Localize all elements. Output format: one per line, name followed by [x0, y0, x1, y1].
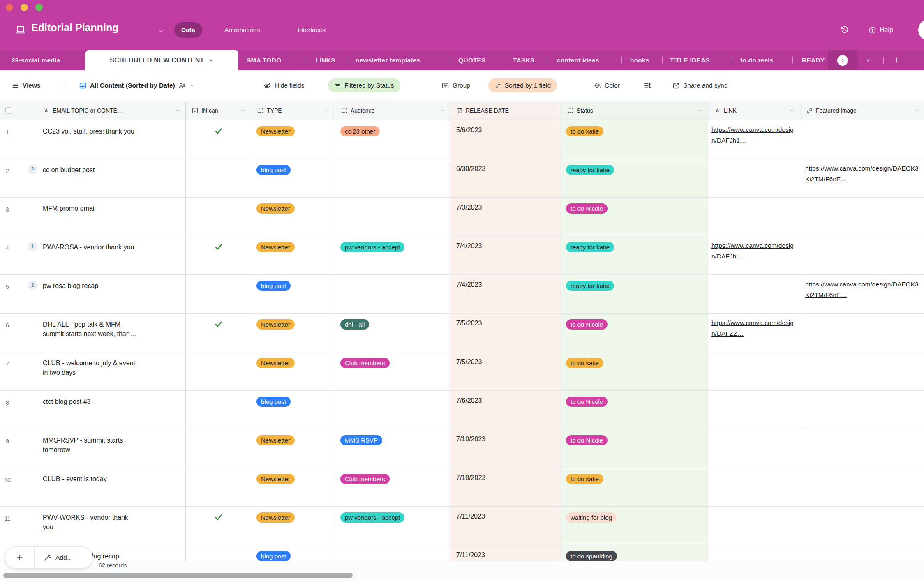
table-row[interactable]: 3MFM promo emailNewsletter7/3/2023to do … [0, 198, 924, 236]
cell-release-date[interactable]: 7/6/2023 [450, 391, 561, 429]
cell-status[interactable]: ready for katie [561, 275, 708, 313]
row-number-cell[interactable]: 1 [0, 120, 25, 159]
cell-link[interactable] [708, 507, 800, 545]
cell-type[interactable]: blog post [251, 275, 335, 313]
chevron-down-icon[interactable] [914, 108, 919, 113]
nav-tab-data[interactable]: Data [174, 22, 202, 38]
sort-button[interactable]: Sorted by 1 field [488, 78, 557, 92]
table-tab-tasks[interactable]: TASKS [513, 50, 534, 70]
cell-featured-image[interactable] [800, 507, 924, 545]
cell-release-date[interactable]: 7/5/2023 [450, 352, 561, 390]
nav-tab-automations[interactable]: Automations [224, 22, 260, 38]
cell-featured-image[interactable] [800, 236, 924, 274]
cell-status[interactable]: to do Nicole [561, 314, 708, 352]
view-switcher[interactable]: All Content (Sorted by Date) [79, 70, 195, 101]
minimize-window-button[interactable] [21, 4, 28, 11]
cell-type[interactable]: blog post [251, 391, 335, 429]
chevron-down-icon[interactable] [175, 108, 180, 113]
row-number-cell[interactable]: 3 [0, 198, 25, 236]
chevron-down-icon[interactable] [324, 108, 330, 113]
cell-audience[interactable]: cc 23 other [335, 120, 450, 159]
table-tab-scheduled-new-content-active[interactable]: SCHEDULED NEW CONTENT [85, 50, 238, 70]
cell-audience[interactable]: pw vendors - accept [335, 236, 450, 274]
cell-audience[interactable] [335, 159, 450, 197]
table-tab-links[interactable]: LINKS [316, 50, 335, 70]
cell-release-date[interactable]: 7/10/2023 [450, 468, 561, 506]
scroll-tabs-right-button[interactable] [837, 55, 848, 66]
row-number-cell[interactable]: 5 [0, 275, 25, 313]
table-tab-newsletter-templates[interactable]: newsletter templates [356, 50, 420, 70]
column-header-in-can[interactable]: IN can [186, 101, 251, 120]
cell-link[interactable] [708, 429, 800, 468]
cell-type[interactable]: Newsletter [251, 352, 335, 390]
cell-email-topic[interactable]: DHL ALL - pep talk & MFM summit starts n… [25, 314, 186, 352]
cell-release-date[interactable]: 7/5/2023 [450, 314, 561, 352]
row-number-cell[interactable]: 7 [0, 352, 25, 390]
cell-link[interactable]: https://www.canva.com/design/DAFJhl… [708, 236, 800, 274]
row-number-cell[interactable]: 10 [0, 468, 25, 506]
select-all-checkbox[interactable] [5, 107, 12, 114]
featured-image-url[interactable]: https://www.canva.com/design/DAEOK3Ki2TM… [805, 163, 920, 184]
nav-tab-interfaces[interactable]: Interfaces [298, 22, 326, 38]
comment-count-badge[interactable]: 2 [28, 165, 38, 174]
cell-link[interactable]: https://www.canva.com/design/DAFJh1… [708, 120, 800, 159]
cell-status[interactable]: to do Nicole [561, 198, 708, 236]
chevron-down-icon[interactable] [158, 28, 164, 35]
cell-in-can[interactable] [186, 507, 251, 545]
cell-featured-image[interactable] [800, 120, 924, 159]
cell-type[interactable]: Newsletter [251, 468, 335, 506]
cell-status[interactable]: to do Nicole [561, 429, 708, 468]
cell-featured-image[interactable] [800, 198, 924, 236]
cell-in-can[interactable] [186, 429, 251, 468]
table-tab-23-social-media[interactable]: 23-social media [12, 50, 60, 70]
table-row[interactable]: 7CLUB - welcome to july & event in two d… [0, 352, 924, 391]
link-url[interactable]: https://www.canva.com/design/DAFZZ… [711, 318, 796, 339]
cell-email-topic[interactable]: 2cc on budget post [25, 159, 186, 197]
row-number-cell[interactable]: 6 [0, 314, 25, 352]
cell-audience[interactable]: Club members [335, 352, 450, 390]
column-header-type[interactable]: TYPE [251, 101, 335, 120]
share-sync-button[interactable]: Share and sync [672, 70, 728, 101]
cell-release-date[interactable]: 7/11/2023 [450, 507, 561, 545]
table-row[interactable]: 9MMS-RSVP - summit starts tomorrowNewsle… [0, 429, 924, 468]
link-url[interactable]: https://www.canva.com/design/DAFJh1… [711, 124, 796, 146]
cell-release-date[interactable]: 7/10/2023 [450, 429, 561, 468]
table-row[interactable]: 11PWV-WORKS - vendor thank youNewsletter… [0, 507, 924, 545]
cell-in-can[interactable] [186, 468, 251, 506]
row-height-button[interactable] [644, 70, 651, 101]
chevron-down-icon[interactable] [698, 108, 703, 113]
account-avatar[interactable] [918, 19, 924, 41]
cell-in-can[interactable] [186, 236, 251, 274]
cell-email-topic[interactable]: MMS-RSVP - summit starts tomorrow [25, 429, 186, 468]
table-row[interactable]: 41PWV-ROSA - vendor thank youNewsletterp… [0, 236, 924, 275]
chevron-down-icon[interactable] [439, 108, 445, 113]
cell-email-topic[interactable]: PWV-WORKS - vendor thank you [25, 507, 186, 545]
table-tab-sma-todo[interactable]: SMA TODO [247, 50, 281, 70]
cell-status[interactable]: to do katie [561, 352, 708, 390]
cell-audience[interactable]: pw vendors - accept [335, 507, 450, 545]
cell-link[interactable] [708, 391, 800, 429]
table-tab-hooks[interactable]: hooks [630, 50, 649, 70]
cell-featured-image[interactable]: https://www.canva.com/design/DAEOK3Ki2TM… [800, 159, 924, 197]
cell-audience[interactable]: dhl - all [335, 314, 450, 352]
cell-release-date[interactable]: 7/4/2023 [450, 236, 561, 274]
filter-button[interactable]: Filtered by Status [328, 78, 400, 92]
comment-count-badge[interactable]: 2 [28, 281, 38, 290]
cell-featured-image[interactable] [800, 468, 924, 506]
table-tab-title-ideas[interactable]: TITLE IDEAS [670, 50, 710, 70]
cell-email-topic[interactable]: CLUB - event is today [25, 468, 186, 506]
cell-link[interactable]: https://www.canva.com/design/DAFZZ… [708, 314, 800, 352]
row-number-cell[interactable]: 9 [0, 429, 25, 468]
cell-in-can[interactable] [186, 391, 251, 429]
table-row[interactable]: 22cc on budget postblog post6/30/2023rea… [0, 159, 924, 198]
cell-link[interactable] [708, 159, 800, 197]
add-menu-button[interactable]: Add… [35, 547, 92, 568]
cell-featured-image[interactable] [800, 314, 924, 352]
cell-in-can[interactable] [186, 275, 251, 313]
cell-type[interactable]: blog post [251, 159, 335, 197]
comment-count-badge[interactable]: 1 [28, 242, 38, 251]
row-number-cell[interactable]: 11 [0, 507, 25, 545]
link-url[interactable]: https://www.canva.com/design/DAFJhl… [711, 240, 796, 262]
cell-email-topic[interactable]: CC23 vol, staff, pres: thank you [25, 120, 186, 159]
views-button[interactable]: Views [12, 70, 41, 101]
